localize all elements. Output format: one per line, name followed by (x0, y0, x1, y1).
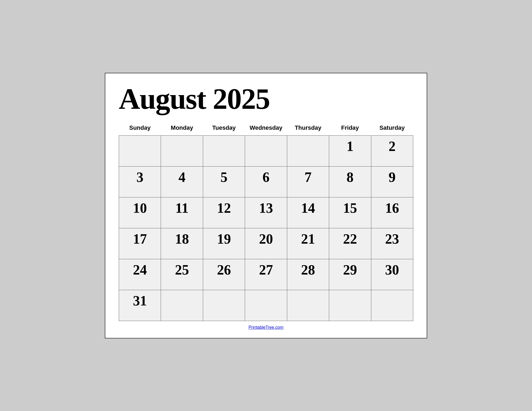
day-cell-13: 13 (245, 197, 287, 228)
days-header-row: SundayMondayTuesdayWednesdayThursdayFrid… (119, 122, 413, 136)
day-cell-7: 7 (287, 166, 329, 197)
day-cell-6: 6 (245, 166, 287, 197)
day-cell-26: 26 (203, 259, 245, 290)
day-cell-22: 22 (329, 228, 371, 259)
day-cell-15: 15 (329, 197, 371, 228)
empty-cell-5-6 (371, 290, 413, 321)
empty-cell-5-2 (203, 290, 245, 321)
printabletree-link[interactable]: PrintableTree.com (249, 325, 283, 330)
day-cell-25: 25 (161, 259, 203, 290)
day-header-saturday: Saturday (371, 122, 413, 136)
empty-cell-5-4 (287, 290, 329, 321)
day-header-friday: Friday (329, 122, 371, 136)
empty-cell-0-4 (287, 135, 329, 166)
day-cell-20: 20 (245, 228, 287, 259)
day-header-wednesday: Wednesday (245, 122, 287, 136)
day-cell-3: 3 (119, 166, 161, 197)
day-cell-2: 2 (371, 135, 413, 166)
day-cell-19: 19 (203, 228, 245, 259)
day-cell-9: 9 (371, 166, 413, 197)
day-cell-16: 16 (371, 197, 413, 228)
day-cell-31: 31 (119, 290, 161, 321)
day-header-monday: Monday (161, 122, 203, 136)
day-header-sunday: Sunday (119, 122, 161, 136)
day-cell-8: 8 (329, 166, 371, 197)
day-cell-30: 30 (371, 259, 413, 290)
calendar-title: August 2025 (119, 84, 413, 114)
calendar-page: August 2025 SundayMondayTuesdayWednesday… (105, 73, 427, 338)
empty-cell-0-0 (119, 135, 161, 166)
day-cell-10: 10 (119, 197, 161, 228)
day-cell-24: 24 (119, 259, 161, 290)
day-cell-27: 27 (245, 259, 287, 290)
week-row-6: 31 (119, 290, 413, 321)
empty-cell-5-3 (245, 290, 287, 321)
day-cell-18: 18 (161, 228, 203, 259)
week-row-5: 24252627282930 (119, 259, 413, 290)
week-row-3: 10111213141516 (119, 197, 413, 228)
day-cell-14: 14 (287, 197, 329, 228)
week-row-2: 3456789 (119, 166, 413, 197)
empty-cell-0-3 (245, 135, 287, 166)
day-cell-4: 4 (161, 166, 203, 197)
empty-cell-0-2 (203, 135, 245, 166)
day-cell-1: 1 (329, 135, 371, 166)
calendar-body: 1234567891011121314151617181920212223242… (119, 135, 413, 321)
day-cell-29: 29 (329, 259, 371, 290)
empty-cell-0-1 (161, 135, 203, 166)
day-cell-21: 21 (287, 228, 329, 259)
day-cell-28: 28 (287, 259, 329, 290)
day-cell-12: 12 (203, 197, 245, 228)
day-header-tuesday: Tuesday (203, 122, 245, 136)
day-cell-17: 17 (119, 228, 161, 259)
week-row-4: 17181920212223 (119, 228, 413, 259)
empty-cell-5-1 (161, 290, 203, 321)
day-cell-11: 11 (161, 197, 203, 228)
calendar-footer: PrintableTree.com (119, 325, 413, 330)
calendar-table: SundayMondayTuesdayWednesdayThursdayFrid… (119, 122, 413, 321)
day-cell-23: 23 (371, 228, 413, 259)
day-cell-5: 5 (203, 166, 245, 197)
week-row-1: 12 (119, 135, 413, 166)
day-header-thursday: Thursday (287, 122, 329, 136)
empty-cell-5-5 (329, 290, 371, 321)
